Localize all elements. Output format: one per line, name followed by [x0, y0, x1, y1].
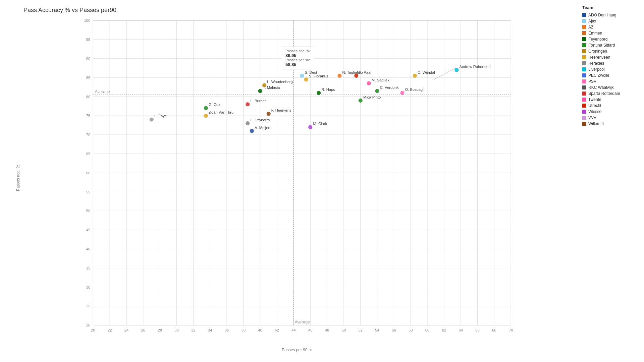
svg-text:Average: Average: [95, 89, 110, 94]
svg-text:80: 80: [86, 95, 90, 99]
svg-text:46: 46: [308, 328, 312, 332]
legend-color: [582, 73, 586, 77]
legend-label: PSV: [588, 79, 596, 84]
legend-label: Ajax: [588, 19, 596, 23]
legend-panel: Team ADO Den HaagAjaxAZEmmenFeyenoordFor…: [577, 0, 644, 362]
svg-text:52: 52: [359, 328, 363, 332]
svg-point-103: [258, 89, 262, 93]
legend-color: [582, 122, 586, 126]
svg-text:30: 30: [86, 285, 90, 289]
legend-label: Sparta Rotterdam: [588, 91, 620, 96]
legend-label: Willem II: [588, 121, 604, 126]
svg-text:60: 60: [86, 171, 90, 175]
y-axis-label: Passes acc. %: [16, 165, 20, 191]
legend-label: Groningen: [588, 49, 607, 54]
svg-point-131: [454, 68, 459, 72]
svg-text:S. Dest: S. Dest: [305, 70, 317, 74]
chart-area: Pass Accuracy % vs Passes per90 Passes a…: [0, 0, 577, 362]
svg-text:50: 50: [86, 209, 90, 213]
svg-point-117: [337, 74, 341, 78]
legend-item: RKC Waalwijk: [582, 85, 639, 90]
svg-text:Mica Pinto: Mica Pinto: [363, 95, 381, 99]
svg-text:F. Heerkens: F. Heerkens: [271, 108, 291, 112]
svg-text:20: 20: [91, 328, 95, 332]
legend-label: Vitesse: [588, 109, 601, 114]
svg-point-95: [204, 106, 208, 110]
legend-label: Liverpool: [588, 67, 605, 72]
legend-item: Vitesse: [582, 109, 639, 114]
legend-label: Heerenveen: [588, 55, 610, 60]
svg-text:C. Verdonk: C. Verdonk: [380, 85, 399, 89]
svg-text:56: 56: [392, 328, 396, 332]
svg-text:45: 45: [86, 228, 90, 232]
legend-color: [582, 13, 586, 17]
legend-item: Utrecht: [582, 103, 639, 108]
legend-label: Fortuna Sittard: [588, 43, 615, 48]
legend-label: Utrecht: [588, 103, 601, 108]
legend-item: Ajax: [582, 19, 639, 23]
svg-text:95: 95: [86, 38, 90, 42]
legend-item: Liverpool: [582, 67, 639, 72]
svg-text:54: 54: [375, 328, 379, 332]
legend-color: [582, 31, 586, 35]
legend-label: Emmen: [588, 31, 602, 36]
svg-text:70: 70: [86, 133, 90, 137]
svg-text:64: 64: [459, 328, 463, 332]
legend-item: ADO Den Haag: [582, 13, 639, 17]
legend-item: Emmen: [582, 31, 639, 36]
legend-label: Feyenoord: [588, 37, 607, 42]
svg-point-109: [300, 74, 304, 78]
svg-point-119: [354, 74, 358, 78]
svg-text:M. Clark: M. Clark: [313, 122, 327, 126]
legend-label: Heracles: [588, 61, 604, 66]
legend-color: [582, 19, 586, 23]
legend-color: [582, 37, 586, 41]
legend-label: VVV: [588, 115, 596, 120]
svg-point-111: [304, 77, 308, 81]
svg-point-107: [267, 112, 271, 116]
svg-text:35: 35: [86, 266, 90, 270]
svg-text:Average: Average: [294, 320, 310, 324]
svg-text:O. Boscagli: O. Boscagli: [405, 87, 424, 92]
svg-point-99: [246, 102, 250, 106]
legend-color: [582, 92, 586, 96]
svg-text:48: 48: [325, 328, 329, 332]
svg-text:28: 28: [158, 328, 162, 332]
svg-point-115: [308, 125, 312, 129]
svg-text:L. Woudenberg: L. Woudenberg: [267, 80, 293, 84]
svg-text:58: 58: [409, 328, 413, 332]
svg-text:40: 40: [258, 328, 262, 332]
svg-text:66: 66: [475, 328, 479, 332]
legend-color: [582, 55, 586, 59]
legend-item: Twente: [582, 97, 639, 102]
svg-point-93: [204, 114, 208, 118]
svg-point-125: [375, 89, 379, 93]
svg-text:62: 62: [442, 328, 446, 332]
svg-text:A. Meijers: A. Meijers: [255, 126, 271, 130]
legend-color: [582, 79, 586, 83]
svg-text:38: 38: [241, 328, 246, 332]
svg-text:G. Cox: G. Cox: [209, 103, 220, 107]
svg-text:L. Faye: L. Faye: [154, 114, 167, 118]
svg-line-133: [434, 68, 455, 79]
legend-items: ADO Den HaagAjaxAZEmmenFeyenoordFortuna …: [582, 13, 639, 126]
svg-text:50: 50: [342, 328, 346, 332]
svg-text:44: 44: [291, 328, 296, 332]
svg-text:30: 30: [174, 328, 178, 332]
legend-item: AZ: [582, 25, 639, 29]
legend-title: Team: [582, 5, 639, 10]
svg-text:42: 42: [275, 328, 279, 332]
svg-point-113: [317, 91, 321, 95]
chart-wrapper: Passes acc. % 20253035404550556065707580…: [20, 17, 574, 339]
legend-item: Willem II: [582, 121, 639, 126]
svg-point-105: [262, 83, 266, 87]
svg-text:22: 22: [108, 328, 112, 332]
svg-text:75: 75: [86, 114, 90, 118]
x-axis-label: Passes per 90 ➜: [282, 348, 312, 352]
legend-item: Groningen: [582, 49, 639, 54]
legend-label: RKC Waalwijk: [588, 85, 614, 90]
legend-item: Heracles: [582, 61, 639, 66]
svg-text:S. Floranus: S. Floranus: [309, 74, 328, 78]
legend-item: Heerenveen: [582, 55, 639, 60]
svg-point-123: [359, 99, 363, 103]
